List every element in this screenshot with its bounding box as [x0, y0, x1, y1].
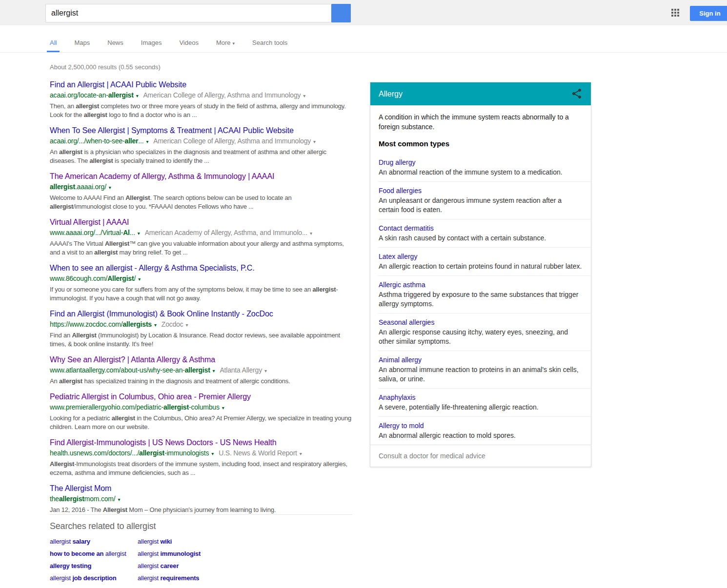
- related-search-link[interactable]: allergy testing: [50, 563, 138, 569]
- result-snippet: Then, an allergist completes two or thre…: [50, 102, 352, 119]
- allergy-type-link[interactable]: Animal allergy: [379, 356, 422, 364]
- share-icon[interactable]: [571, 88, 583, 99]
- panel-disclaimer: Consult a doctor for medical advice: [370, 445, 591, 467]
- tab-more[interactable]: More▾: [216, 25, 235, 52]
- allergy-type-link[interactable]: Seasonal allergies: [379, 318, 434, 327]
- results-stats: About 2,500,000 results (0.55 seconds): [50, 63, 161, 71]
- result-snippet: Find an Allergist (Immunologist) by Loca…: [50, 331, 352, 349]
- allergy-type-link[interactable]: Allergy to mold: [379, 422, 424, 430]
- chevron-down-icon[interactable]: ▾: [109, 185, 111, 190]
- results-column: Find an Allergist | ACAAI Public Website…: [50, 79, 352, 520]
- tab-label: Images: [141, 39, 162, 46]
- chevron-down-icon[interactable]: ▾: [138, 231, 140, 236]
- result-url-line: allergist.aaaai.org/▾: [50, 182, 352, 192]
- result-title-link[interactable]: When To See Allergist | Symptoms & Treat…: [50, 125, 294, 136]
- allergy-type-link[interactable]: Latex allergy: [379, 253, 417, 261]
- result-url: www.atlantaallergy.com/about-us/why-see-…: [50, 366, 210, 374]
- allergy-type-description: An abnormal allergic reaction to mold sp…: [379, 431, 583, 440]
- result-title-link[interactable]: Why See an Allergist? | Atlanta Allergy …: [50, 354, 215, 365]
- sign-in-button[interactable]: Sign in: [690, 6, 727, 21]
- chevron-down-icon[interactable]: ▾: [211, 451, 214, 456]
- tab-bar: AllMapsNewsImagesVideosMore▾Search tools: [0, 25, 727, 53]
- related-search-link[interactable]: how to become an allergist: [50, 550, 138, 557]
- knowledge-panel-header: Allergy: [370, 82, 591, 105]
- allergy-type-link[interactable]: Drug allergy: [379, 158, 415, 167]
- allergy-type-link[interactable]: Allergic asthma: [379, 281, 425, 289]
- search-result: When To See Allergist | Symptoms & Treat…: [50, 125, 352, 165]
- chevron-down-icon[interactable]: ▾: [186, 322, 188, 328]
- tab-maps[interactable]: Maps: [74, 25, 90, 52]
- allergy-type-link[interactable]: Anaphylaxis: [379, 393, 416, 402]
- allergy-type-link[interactable]: Contact dermatitis: [379, 224, 434, 233]
- result-title-link[interactable]: When to see an allergist - Allergy & Ast…: [50, 263, 255, 273]
- chevron-down-icon[interactable]: ▾: [213, 368, 215, 373]
- result-url: acaai.org/locate-an-allergist: [50, 91, 134, 99]
- result-snippet: Welcome to AAAAI Find an Allergist. The …: [50, 194, 352, 211]
- result-url-line: theallergistmom.com/▾: [50, 494, 352, 504]
- result-snippet: AAAAI's The Virtual Allergist™ can give …: [50, 239, 352, 257]
- result-title-link[interactable]: Pediatric Allergist in Columbus, Ohio ar…: [50, 392, 251, 402]
- allergy-type-description: Asthma triggered by exposure to the same…: [379, 290, 583, 309]
- related-search-link[interactable]: allergist requirements: [138, 575, 352, 582]
- result-url: www.86cough.com/Allergist/: [50, 274, 136, 282]
- chevron-down-icon[interactable]: ▾: [313, 139, 316, 144]
- result-url-line: www.aaaai.org/.../Virtual-Al...▾American…: [50, 228, 352, 238]
- search-result: Find Allergist-Immunologists | US News D…: [50, 437, 352, 477]
- chevron-down-icon[interactable]: ▾: [136, 93, 139, 98]
- result-url: theallergistmom.com/: [50, 495, 116, 503]
- tab-label: Search tools: [252, 39, 287, 46]
- related-search-link[interactable]: allergist salary: [50, 538, 138, 545]
- result-snippet: If you or someone you care for suffers f…: [50, 285, 352, 303]
- allergy-type-item: Drug allergyAn abnormal reaction of the …: [370, 154, 591, 181]
- search-result: Virtual Allergist | AAAAIwww.aaaai.org/.…: [50, 217, 352, 257]
- tab-all[interactable]: All: [50, 25, 57, 52]
- related-search-link[interactable]: allergist immunologist: [138, 550, 352, 557]
- result-url: www.premierallergyohio.com/pediatric-all…: [50, 403, 220, 411]
- result-title-link[interactable]: Find an Allergist (Immunologist) & Book …: [50, 309, 273, 319]
- allergy-type-item: Latex allergyAn allergic reaction to cer…: [370, 248, 591, 275]
- chevron-down-icon[interactable]: ▾: [138, 276, 141, 282]
- allergy-type-description: A skin rash caused by contact with a cer…: [379, 234, 583, 243]
- search-input[interactable]: [45, 4, 331, 22]
- result-source: American College of Allergy, Asthma and …: [153, 137, 311, 145]
- related-search-link[interactable]: allergist career: [138, 563, 352, 569]
- result-title-link[interactable]: The American Academy of Allergy, Asthma …: [50, 171, 274, 181]
- tab-videos[interactable]: Videos: [179, 25, 199, 52]
- knowledge-panel: Allergy A condition in which the immune …: [370, 82, 591, 467]
- chevron-down-icon[interactable]: ▾: [303, 93, 305, 98]
- chevron-down-icon[interactable]: ▾: [310, 231, 312, 236]
- allergy-type-item: AnaphylaxisA severe, potentially life-th…: [370, 389, 591, 416]
- result-source: American College of Allergy, Asthma and …: [143, 91, 301, 99]
- result-title-link[interactable]: Virtual Allergist | AAAAI: [50, 217, 129, 227]
- search-result: Why See an Allergist? | Atlanta Allergy …: [50, 354, 352, 386]
- result-title-link[interactable]: The Allergist Mom: [50, 483, 111, 493]
- panel-subheading: Most common types: [370, 134, 591, 154]
- allergy-type-item: Allergic asthmaAsthma triggered by expos…: [370, 276, 591, 313]
- tab-images[interactable]: Images: [141, 25, 162, 52]
- allergy-type-description: An abnormal reaction of the immune syste…: [379, 168, 583, 177]
- tab-label: More: [216, 39, 231, 46]
- chevron-down-icon[interactable]: ▾: [146, 139, 148, 144]
- related-search-link[interactable]: allergist wiki: [138, 538, 352, 545]
- allergy-type-item: Contact dermatitisA skin rash caused by …: [370, 219, 591, 247]
- tab-news[interactable]: News: [107, 25, 123, 52]
- result-url: acaai.org/.../when-to-see-aller...: [50, 137, 143, 145]
- search-button[interactable]: [331, 4, 351, 22]
- chevron-down-icon[interactable]: ▾: [118, 497, 121, 502]
- related-search-link[interactable]: allergist job description: [50, 575, 138, 582]
- chevron-down-icon[interactable]: ▾: [222, 405, 224, 411]
- result-snippet: An allergist has specialized training in…: [50, 377, 352, 386]
- result-url-line: www.premierallergyohio.com/pediatric-all…: [50, 403, 352, 412]
- result-title-link[interactable]: Find an Allergist | ACAAI Public Website: [50, 79, 186, 90]
- result-url-line: acaai.org/.../when-to-see-aller...▾Ameri…: [50, 137, 352, 146]
- apps-grid-icon[interactable]: [671, 9, 679, 17]
- chevron-down-icon[interactable]: ▾: [264, 368, 267, 373]
- chevron-down-icon[interactable]: ▾: [300, 451, 302, 456]
- tab-label: Videos: [179, 39, 199, 46]
- allergy-type-link[interactable]: Food allergies: [379, 187, 422, 195]
- panel-description: A condition in which the immune system r…: [370, 105, 591, 134]
- allergy-type-item: Allergy to moldAn abnormal allergic reac…: [370, 417, 591, 445]
- chevron-down-icon[interactable]: ▾: [154, 322, 157, 328]
- result-title-link[interactable]: Find Allergist-Immunologists | US News D…: [50, 437, 277, 448]
- tab-search-tools[interactable]: Search tools: [252, 25, 287, 52]
